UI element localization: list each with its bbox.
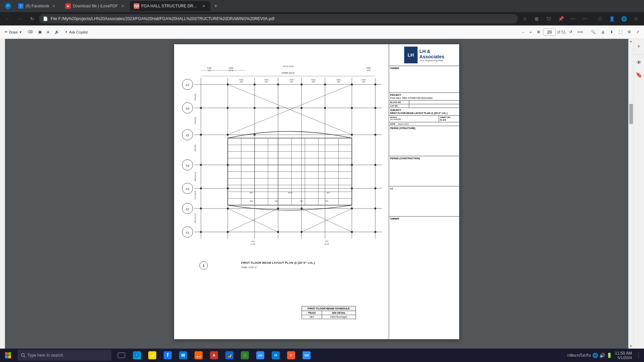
- rotate-button[interactable]: ↺: [567, 27, 574, 37]
- svg-rect-139: [8, 352, 11, 355]
- right-panel-icon-3[interactable]: 🔖: [634, 70, 644, 79]
- sidebar-icon-2[interactable]: 👤: [606, 13, 617, 24]
- owner-bottom-label: OWNER: [390, 218, 458, 220]
- svg-text:X2: X2: [185, 207, 189, 211]
- taskbar-search[interactable]: Type here to search: [17, 350, 111, 361]
- right-panel-icon-1[interactable]: +: [634, 42, 644, 51]
- taskbar-app7[interactable]: A: [207, 349, 221, 362]
- taskbar-outlook[interactable]: Ol: [268, 349, 283, 362]
- split-screen-button[interactable]: ⊞: [531, 13, 542, 24]
- sidebar-icon-3[interactable]: 🌐: [619, 13, 629, 24]
- svg-rect-141: [8, 356, 11, 359]
- extensions-button[interactable]: ⋯: [568, 13, 578, 24]
- beam-schedule-title: FIRST FLOOR BEAM SCHEDULE: [302, 306, 356, 311]
- logo-area: LH LH & Associates Your Engineering Mate: [389, 44, 459, 66]
- network-icon[interactable]: 🌐: [592, 353, 598, 358]
- refresh-button[interactable]: ↻: [27, 13, 38, 24]
- taskbar-task-view[interactable]: [114, 349, 129, 362]
- fit-page-button[interactable]: ⊞: [535, 27, 542, 37]
- tab-ilovepdf[interactable]: ♥ Download file | iLovePDF ✕: [61, 1, 129, 11]
- taskbar-zm2[interactable]: ZM: [299, 349, 314, 362]
- settings-button[interactable]: ⋯: [580, 13, 590, 24]
- logo-tagline: Your Engineering Mate: [420, 59, 444, 62]
- read-aloud-button[interactable]: 🔊: [53, 27, 61, 37]
- taskbar-search-text: Type here to search: [28, 353, 63, 358]
- svg-text:7620 [25]: 7620 [25]: [194, 94, 196, 101]
- svg-text:X5: X5: [185, 134, 189, 137]
- svg-point-110: [200, 164, 202, 166]
- taskbar-app-icons: 📁 f ✉ 🦊 A 🌙 🌿 zm Ol: [114, 349, 314, 362]
- sys-tray-text[interactable]: กษัตแรงไม่เกิน: [567, 352, 591, 358]
- windows-logo: [5, 352, 11, 359]
- tab-ilovepdf-close[interactable]: ✕: [120, 3, 125, 9]
- favorites-button[interactable]: ☆: [519, 13, 530, 24]
- taskbar-edge[interactable]: [129, 349, 144, 362]
- svg-point-100: [277, 107, 279, 109]
- sidebar-icon-4[interactable]: ⚙: [631, 13, 641, 24]
- read-aloud-icon: 🔊: [55, 30, 59, 34]
- scroll-up-button[interactable]: ▲: [629, 39, 634, 44]
- taskbar-zoom[interactable]: zm: [253, 349, 268, 362]
- search-pdf-button[interactable]: 🔍: [589, 27, 598, 37]
- sidebar-icon-1[interactable]: ☰: [594, 13, 605, 24]
- svg-point-119: [227, 207, 229, 209]
- svg-text:MT4: MT4: [250, 192, 253, 194]
- more-options-button[interactable]: ⚙: [626, 27, 633, 37]
- subject-value: FIRST FLOOR BEAM LAYOUT PLAN @ (20'-0" L…: [390, 112, 458, 114]
- fit-width-button[interactable]: ⟺: [576, 27, 585, 37]
- block-lot-section: BLOCK NO. LOT NO.: [389, 101, 459, 108]
- forward-button[interactable]: →: [15, 13, 25, 24]
- svg-text:2896: 2896: [366, 67, 371, 69]
- erase-icon: ⌫: [28, 30, 33, 34]
- text-select-button[interactable]: A: [45, 27, 51, 37]
- show-desktop-button[interactable]: [635, 349, 641, 362]
- taskbar-cam[interactable]: 🎯: [284, 349, 299, 362]
- svg-point-112: [351, 164, 353, 166]
- taskbar-calendar[interactable]: 🌙: [222, 349, 237, 362]
- svg-point-127: [301, 231, 303, 233]
- volume-icon[interactable]: 🔊: [599, 353, 605, 358]
- address-bar[interactable]: 📄 File F:/My%20projects/LH%20Associates/…: [39, 14, 518, 23]
- fullscreen-button[interactable]: ⛶: [616, 27, 624, 37]
- page-number-input[interactable]: 20: [543, 28, 555, 36]
- erase-button[interactable]: ⌫: [25, 27, 35, 37]
- new-tab-button[interactable]: +: [211, 1, 220, 11]
- mail-icon: ✉: [179, 351, 187, 359]
- sidebar-icons: ☰ 👤 🌐 ⚙: [594, 13, 641, 24]
- tab-facebook[interactable]: f (8) Facebook ✕: [14, 1, 61, 11]
- download-button[interactable]: ⬇: [608, 27, 615, 37]
- svg-point-118: [200, 207, 202, 209]
- svg-text:X1: X1: [185, 231, 189, 234]
- scroll-down-button[interactable]: ▼: [629, 344, 634, 349]
- zoom-in-button[interactable]: +: [528, 27, 534, 37]
- pdf-page: X7 X6 X5 X4 X3 X2 X1 60960 [207] 5486: [174, 44, 459, 339]
- print-button[interactable]: 🖨: [599, 27, 607, 37]
- svg-point-102: [324, 107, 326, 109]
- tab-facebook-close[interactable]: ✕: [51, 3, 57, 9]
- battery-icon[interactable]: 🔋: [606, 353, 612, 358]
- scroll-thumb[interactable]: [629, 104, 633, 124]
- page-controls: − + ⊞ 20 of 51 ↺ ⟺: [520, 27, 585, 37]
- ask-copilot-button[interactable]: ✦ Ask Copilot: [63, 27, 90, 37]
- start-button[interactable]: [0, 349, 16, 362]
- expand-button[interactable]: ⤢: [634, 27, 641, 37]
- zoom-out-button[interactable]: −: [520, 27, 526, 37]
- taskbar-app9[interactable]: 🌿: [237, 349, 252, 362]
- back-button[interactable]: ←: [3, 13, 13, 24]
- tab-pdf[interactable]: PDF FGA HALL STRUCTURE DRAWIN... ✕: [130, 1, 210, 11]
- taskbar-facebook[interactable]: f: [160, 349, 175, 362]
- svg-text:SB1: SB1: [275, 200, 278, 202]
- clock-area[interactable]: 11:50 AM 5/1/2024: [615, 351, 632, 360]
- tab-pdf-close[interactable]: ✕: [201, 3, 206, 9]
- collections-button[interactable]: 📌: [555, 13, 566, 24]
- svg-point-92: [277, 83, 279, 85]
- taskbar-file-explorer[interactable]: 📁: [145, 349, 160, 362]
- scroll-track[interactable]: [629, 44, 633, 344]
- right-panel-icon-2[interactable]: 👁: [634, 58, 644, 67]
- taskbar-firefox[interactable]: 🦊: [191, 349, 206, 362]
- browser-essentials-button[interactable]: 🛡: [543, 13, 554, 24]
- draw-button[interactable]: ✏ Draw ▼: [3, 27, 24, 37]
- taskbar-mail[interactable]: ✉: [176, 349, 191, 362]
- highlight-button[interactable]: ▣: [36, 27, 44, 37]
- taskbar-right: กษัตแรงไม่เกิน 🌐 🔊 🔋 11:50 AM 5/1/2024: [567, 349, 644, 362]
